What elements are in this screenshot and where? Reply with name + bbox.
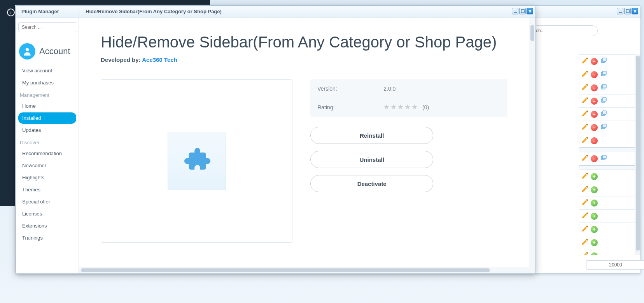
duplicate-button[interactable] [600, 123, 607, 132]
bg-search-field[interactable] [532, 25, 598, 36]
bg-scrollbar-vertical[interactable] [635, 54, 640, 255]
backdrop-left-strip [0, 0, 15, 206]
add-icon[interactable]: + [591, 213, 598, 220]
pencil-icon [581, 110, 588, 117]
edit-button[interactable] [581, 110, 588, 119]
pm-sidebar: Account View accountMy purchases Managem… [16, 18, 79, 273]
svg-rect-15 [602, 155, 606, 159]
sidebar-item-recommendation[interactable]: Recommendation [18, 148, 76, 159]
developer-link[interactable]: Ace360 Tech [142, 56, 177, 63]
svg-rect-17 [521, 10, 524, 13]
pm-scroll-thumb-y[interactable] [530, 25, 534, 41]
edit-button[interactable] [581, 252, 588, 255]
remove-icon[interactable]: – [591, 155, 598, 162]
pm-scrollbar-vertical[interactable] [529, 18, 536, 267]
add-icon[interactable]: + [7, 9, 15, 16]
remove-icon[interactable]: – [591, 71, 598, 78]
sidebar-item-trainings[interactable]: Trainings [18, 232, 76, 243]
duplicate-button[interactable] [600, 70, 607, 79]
remove-icon[interactable]: – [591, 98, 598, 105]
action-row: – [579, 134, 639, 147]
bg-window-maximize[interactable] [624, 8, 631, 14]
add-icon[interactable]: + [591, 186, 598, 193]
action-row: – [579, 95, 639, 108]
action-row: + [579, 236, 639, 249]
pm-content: Hide/Remove Sidebar(From Any Category or… [79, 18, 536, 273]
edit-button[interactable] [581, 154, 588, 163]
edit-button[interactable] [581, 137, 588, 145]
remove-icon[interactable]: – [591, 58, 598, 65]
reinstall-button[interactable]: Reinstall [310, 127, 433, 144]
edit-button[interactable] [581, 199, 588, 207]
pm-detail-title: Hide/Remove Sidebar(From Any Category or… [79, 6, 536, 17]
sidebar-item-highlights[interactable]: Highlights [18, 172, 76, 183]
avatar-icon [19, 43, 35, 60]
sidebar-item-licenses[interactable]: Licenses [18, 208, 76, 219]
sidebar-item-updates[interactable]: Updates [18, 124, 76, 136]
edit-button[interactable] [581, 212, 588, 221]
backdrop-top-strip [0, 0, 210, 5]
add-icon[interactable]: + [591, 173, 598, 180]
pm-scrollbar-horizontal[interactable] [79, 267, 529, 273]
pm-title: Plugin Manager [16, 9, 79, 14]
pm-search-input[interactable] [18, 22, 76, 32]
add-icon[interactable]: + [591, 239, 598, 246]
sidebar-item-my-purchases[interactable]: My purchases [18, 77, 76, 88]
bg-window-close[interactable] [632, 8, 638, 14]
sidebar-item-extensions[interactable]: Extensions [18, 220, 76, 231]
rating-row: Rating: ★★★★★ (0) [310, 98, 508, 117]
edit-button[interactable] [581, 186, 588, 194]
puzzle-icon [183, 147, 210, 175]
edit-button[interactable] [581, 172, 588, 181]
pm-window-maximize[interactable] [519, 8, 526, 14]
remove-icon[interactable]: – [591, 137, 598, 144]
duplicate-icon [600, 154, 607, 161]
svg-point-18 [26, 48, 29, 51]
sidebar-item-installed[interactable]: Installed [18, 112, 76, 124]
add-icon[interactable]: + [591, 252, 598, 255]
deactivate-button[interactable]: Deactivate [310, 175, 433, 192]
edit-button[interactable] [581, 225, 588, 234]
edit-button[interactable] [581, 123, 588, 132]
bg-number-input[interactable] [586, 260, 644, 270]
bg-search-input[interactable] [532, 25, 598, 36]
bg-window-minimize[interactable] [617, 8, 623, 14]
pm-window-close[interactable] [527, 8, 533, 14]
rating-label: Rating: [317, 104, 383, 110]
remove-icon[interactable]: – [591, 111, 598, 118]
action-row: – [579, 108, 639, 121]
edit-button[interactable] [581, 238, 588, 247]
sidebar-item-themes[interactable]: Themes [18, 184, 76, 195]
sidebar-item-special-offer[interactable]: Special offer [18, 196, 76, 207]
edit-button[interactable] [581, 97, 588, 105]
add-icon[interactable]: + [591, 200, 598, 207]
bg-scroll-thumb[interactable] [636, 56, 640, 250]
duplicate-button[interactable] [600, 154, 607, 163]
pm-scroll-thumb-x[interactable] [81, 268, 490, 272]
duplicate-button[interactable] [600, 84, 607, 92]
bg-number-stepper[interactable] [586, 260, 637, 270]
sidebar-item-view-account[interactable]: View account [18, 65, 76, 76]
account-label: Account [39, 46, 70, 56]
duplicate-button[interactable] [600, 110, 607, 119]
action-row: – [579, 81, 639, 95]
sidebar-item-home[interactable]: Home [18, 100, 76, 112]
remove-icon[interactable]: – [591, 124, 598, 131]
uninstall-button[interactable]: Uninstall [310, 151, 433, 168]
pm-window-minimize[interactable] [512, 8, 518, 14]
pencil-icon [581, 123, 588, 130]
action-row: – [579, 152, 639, 165]
sidebar-item-newcomer[interactable]: Newcomer [18, 160, 76, 171]
remove-icon[interactable]: – [591, 84, 598, 91]
duplicate-icon [600, 70, 607, 77]
edit-button[interactable] [581, 84, 588, 92]
duplicate-icon [600, 110, 607, 117]
edit-button[interactable] [581, 70, 588, 79]
add-icon[interactable]: + [591, 226, 598, 233]
edit-button[interactable] [581, 57, 588, 66]
rating-stars: ★★★★★ [383, 103, 418, 111]
pencil-icon [581, 212, 588, 219]
duplicate-icon [600, 97, 607, 104]
duplicate-button[interactable] [600, 57, 607, 66]
duplicate-button[interactable] [600, 97, 607, 105]
